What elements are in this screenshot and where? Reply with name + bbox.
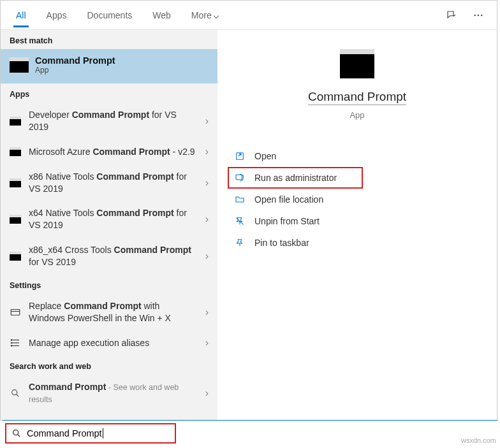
app-result[interactable]: Developer Command Prompt for VS 2019 › xyxy=(1,103,217,140)
app-result[interactable]: Microsoft Azure Command Prompt - v2.9 › xyxy=(1,140,217,164)
settings-result[interactable]: Replace Command Prompt with Windows Powe… xyxy=(1,294,217,331)
app-result[interactable]: x64 Native Tools Command Prompt for VS 2… xyxy=(1,201,217,238)
web-result[interactable]: Command Prompt - See work and web result… xyxy=(1,375,217,412)
folder-icon xyxy=(234,194,246,205)
app-result-label: x64 Native Tools Command Prompt for VS 2… xyxy=(29,207,195,231)
search-icon xyxy=(11,428,22,438)
chevron-down-icon xyxy=(214,13,219,18)
cmd-icon xyxy=(10,57,29,73)
cmd-icon xyxy=(10,252,21,261)
tab-documents[interactable]: Documents xyxy=(79,4,140,27)
app-result-label: x86 Native Tools Command Prompt for VS 2… xyxy=(29,171,195,195)
window-swap-icon xyxy=(10,307,21,318)
action-unpin-start[interactable]: Unpin from Start xyxy=(217,210,490,232)
chevron-right-icon[interactable]: › xyxy=(203,337,211,349)
preview-panel: Command Prompt App Open Run as administr… xyxy=(217,30,497,420)
chevron-right-icon[interactable]: › xyxy=(203,387,211,399)
web-result-label: Command Prompt - See work and web result… xyxy=(29,381,195,405)
tab-apps[interactable]: Apps xyxy=(39,4,75,27)
app-result-label: Developer Command Prompt for VS 2019 xyxy=(29,109,195,133)
svg-point-10 xyxy=(11,345,12,347)
settings-result-label: Replace Command Prompt with Windows Powe… xyxy=(29,300,195,324)
search-tabs: All Apps Documents Web More xyxy=(1,1,497,30)
svg-rect-3 xyxy=(11,309,20,315)
unpin-icon xyxy=(234,216,246,226)
feedback-icon[interactable] xyxy=(441,4,462,26)
cmd-icon xyxy=(10,117,21,126)
svg-line-19 xyxy=(18,435,20,437)
pin-icon xyxy=(234,238,246,248)
svg-point-2 xyxy=(481,14,482,15)
action-open[interactable]: Open xyxy=(217,145,490,167)
section-best-match: Best match xyxy=(1,30,217,49)
action-run-admin[interactable]: Run as administrator xyxy=(228,167,363,189)
cmd-icon xyxy=(10,147,21,156)
app-result-label: x86_x64 Cross Tools Command Prompt for V… xyxy=(29,244,195,268)
admin-icon xyxy=(234,173,246,183)
svg-point-9 xyxy=(11,342,12,343)
preview-sub: App xyxy=(349,110,364,120)
search-bar: Command Prompt xyxy=(3,420,497,445)
best-match-item[interactable]: Command Prompt App xyxy=(1,49,217,83)
search-icon xyxy=(10,387,21,399)
chevron-right-icon[interactable]: › xyxy=(203,177,211,189)
action-label: Run as administrator xyxy=(254,173,337,183)
search-value: Command Prompt xyxy=(27,428,103,438)
chevron-right-icon[interactable]: › xyxy=(203,115,211,127)
action-label: Open xyxy=(254,151,276,161)
chevron-right-icon[interactable]: › xyxy=(203,250,211,262)
settings-result-label: Manage app execution aliases xyxy=(29,337,195,349)
cmd-icon xyxy=(10,178,21,187)
svg-line-12 xyxy=(17,394,18,396)
action-label: Open file location xyxy=(254,194,323,205)
cmd-icon xyxy=(10,215,21,224)
tab-all[interactable]: All xyxy=(8,4,34,27)
section-apps: Apps xyxy=(1,83,217,103)
more-options-icon[interactable] xyxy=(467,4,489,26)
best-match-title: Command Prompt xyxy=(35,55,115,66)
svg-point-0 xyxy=(474,14,476,15)
svg-point-18 xyxy=(13,430,18,435)
app-result[interactable]: x86_x64 Cross Tools Command Prompt for V… xyxy=(1,238,217,275)
section-search-web: Search work and web xyxy=(1,356,217,375)
action-open-location[interactable]: Open file location xyxy=(217,189,490,210)
results-panel: Best match Command Prompt App Apps Devel… xyxy=(1,30,217,420)
cmd-icon xyxy=(340,49,374,78)
svg-rect-14 xyxy=(236,175,242,179)
best-match-sub: App xyxy=(35,66,115,75)
action-pin-taskbar[interactable]: Pin to taskbar xyxy=(217,232,490,254)
chevron-right-icon[interactable]: › xyxy=(203,307,211,318)
watermark: wsxdn.com xyxy=(461,437,496,444)
svg-point-8 xyxy=(11,340,12,341)
action-label: Pin to taskbar xyxy=(254,238,309,248)
section-settings: Settings xyxy=(1,275,217,294)
open-icon xyxy=(234,151,246,161)
search-input[interactable]: Command Prompt xyxy=(5,423,176,444)
alias-icon xyxy=(10,337,21,349)
chevron-right-icon[interactable]: › xyxy=(203,146,211,157)
svg-point-11 xyxy=(12,389,17,394)
chevron-right-icon[interactable]: › xyxy=(203,213,211,225)
action-label: Unpin from Start xyxy=(254,216,320,226)
svg-point-1 xyxy=(478,14,479,15)
tab-more[interactable]: More xyxy=(184,4,226,27)
app-result-label: Microsoft Azure Command Prompt - v2.9 xyxy=(29,146,195,158)
settings-result[interactable]: Manage app execution aliases › xyxy=(1,331,217,356)
app-result[interactable]: x86 Native Tools Command Prompt for VS 2… xyxy=(1,164,217,201)
tab-web[interactable]: Web xyxy=(145,4,179,27)
preview-title: Command Prompt xyxy=(308,90,406,105)
